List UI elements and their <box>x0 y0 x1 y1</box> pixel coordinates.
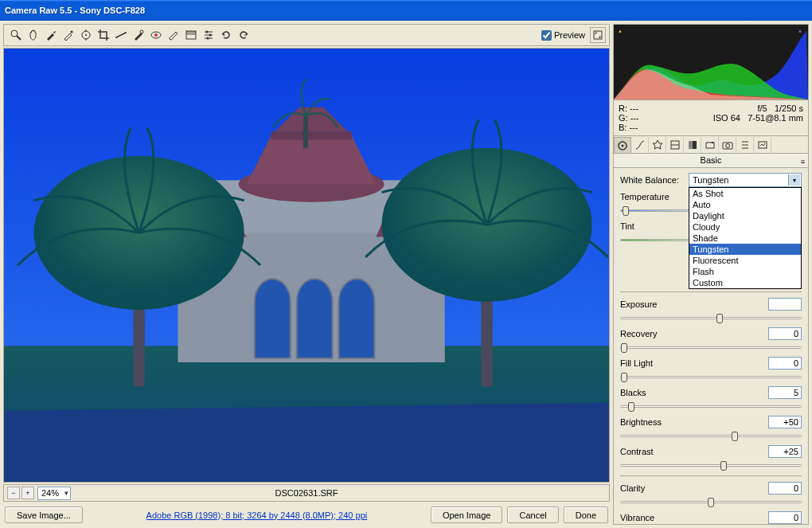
wb-option-fluorescent[interactable]: Fluorescent <box>689 255 801 266</box>
rotate-ccw-icon[interactable] <box>218 27 234 43</box>
svg-point-18 <box>206 31 209 33</box>
tab-snapshots[interactable] <box>754 137 771 153</box>
svg-rect-48 <box>693 141 697 149</box>
hand-tool-icon[interactable] <box>25 27 41 43</box>
tab-presets[interactable] <box>736 137 754 153</box>
wb-option-auto[interactable]: Auto <box>689 199 801 210</box>
blacks-slider[interactable] <box>620 402 802 410</box>
svg-point-2 <box>71 31 73 33</box>
exposure-label: Exposure <box>620 299 689 309</box>
brightness-slider[interactable] <box>620 432 802 440</box>
title-bar: Camera Raw 5.5 - Sony DSC-F828 <box>0 0 812 21</box>
straighten-tool-icon[interactable] <box>113 27 129 43</box>
recovery-slider[interactable] <box>620 343 802 351</box>
r-readout: R: --- <box>619 104 639 113</box>
svg-rect-21 <box>594 31 602 39</box>
grad-filter-icon[interactable] <box>183 27 199 43</box>
done-button[interactable]: Done <box>564 506 608 523</box>
tab-curve[interactable] <box>631 137 649 153</box>
contrast-value[interactable] <box>768 445 802 458</box>
fullscreen-toggle-icon[interactable] <box>590 27 606 43</box>
svg-rect-14 <box>186 31 196 35</box>
wb-option-custom[interactable]: Custom <box>689 277 801 288</box>
zoom-select[interactable]: 24% <box>37 487 71 500</box>
white-balance-select[interactable]: Tungsten ▾ <box>689 173 802 187</box>
brightness-value[interactable] <box>768 416 802 428</box>
window-title: Camera Raw 5.5 - Sony DSC-F828 <box>5 6 145 15</box>
tab-camera[interactable] <box>719 137 736 153</box>
recovery-value[interactable] <box>768 327 802 340</box>
main-toolbar: Preview <box>3 24 610 46</box>
filename-label: DSC02631.SRF <box>275 488 338 498</box>
brush-tool-icon[interactable] <box>166 27 182 43</box>
clarity-value[interactable] <box>768 482 802 495</box>
image-preview[interactable] <box>3 48 610 483</box>
open-image-button[interactable]: Open Image <box>431 506 503 523</box>
highlight-clip-icon[interactable] <box>797 26 806 36</box>
filllight-value[interactable] <box>768 357 802 370</box>
zoom-in-button[interactable]: + <box>21 487 34 499</box>
temperature-label: Temperature <box>620 192 689 201</box>
tab-split[interactable] <box>684 137 701 153</box>
svg-line-1 <box>17 36 21 40</box>
white-balance-label: White Balance: <box>620 175 689 185</box>
wb-option-shade[interactable]: Shade <box>689 233 801 244</box>
svg-point-10 <box>140 30 143 33</box>
svg-rect-47 <box>689 141 693 149</box>
recovery-label: Recovery <box>620 329 689 338</box>
basic-panel: White Balance: Tungsten ▾ As ShotAutoDay… <box>613 168 809 525</box>
zoom-tool-icon[interactable] <box>8 27 24 43</box>
prefs-icon[interactable] <box>201 27 217 43</box>
shadow-clip-icon[interactable] <box>615 26 625 36</box>
svg-point-0 <box>11 30 18 37</box>
spot-removal-icon[interactable] <box>131 27 146 43</box>
preview-checkbox[interactable]: Preview <box>541 30 585 41</box>
target-adjust-icon[interactable] <box>78 27 94 43</box>
blacks-value[interactable] <box>768 386 802 399</box>
panel-tabs <box>613 136 809 154</box>
tab-basic[interactable] <box>614 137 631 153</box>
filllight-label: Fill Light <box>620 358 689 368</box>
wb-option-daylight[interactable]: Daylight <box>689 210 801 221</box>
panel-menu-icon[interactable]: ≡ <box>801 155 805 168</box>
wb-option-flash[interactable]: Flash <box>689 266 801 277</box>
redeye-tool-icon[interactable] <box>148 27 164 43</box>
zoom-out-button[interactable]: − <box>7 487 20 499</box>
wb-option-cloudy[interactable]: Cloudy <box>689 221 801 233</box>
tab-hsl[interactable] <box>666 137 684 153</box>
svg-point-8 <box>115 37 117 38</box>
svg-point-20 <box>207 37 209 40</box>
svg-rect-50 <box>712 142 713 143</box>
rotate-cw-icon[interactable] <box>236 27 252 43</box>
g-readout: G: --- <box>619 113 639 123</box>
exposure-value[interactable] <box>768 298 802 311</box>
eyedropper-icon[interactable] <box>43 27 59 43</box>
clarity-slider[interactable] <box>620 498 802 506</box>
crop-tool-icon[interactable] <box>96 27 111 43</box>
contrast-label: Contrast <box>620 447 689 456</box>
vibrance-value[interactable] <box>768 511 802 524</box>
vibrance-label: Vibrance <box>620 513 689 522</box>
workflow-options-link[interactable]: Adobe RGB (1998); 8 bit; 3264 by 2448 (8… <box>92 510 421 520</box>
b-readout: B: --- <box>619 123 639 132</box>
wb-option-as-shot[interactable]: As Shot <box>689 188 801 199</box>
save-image-button[interactable]: Save Image... <box>5 506 83 523</box>
svg-point-52 <box>725 144 729 148</box>
sampler-icon[interactable] <box>61 27 76 43</box>
svg-point-9 <box>125 32 127 33</box>
filllight-slider[interactable] <box>620 373 802 381</box>
svg-marker-44 <box>653 140 662 149</box>
exposure-slider[interactable] <box>620 314 802 322</box>
svg-point-19 <box>209 34 212 37</box>
contrast-slider[interactable] <box>620 461 802 469</box>
histogram <box>613 24 809 100</box>
clarity-label: Clarity <box>620 483 689 493</box>
white-balance-options-popup: As ShotAutoDaylightCloudyShadeTungstenFl… <box>689 187 802 289</box>
svg-point-4 <box>85 34 87 36</box>
cancel-button[interactable]: Cancel <box>507 506 558 523</box>
wb-option-tungsten[interactable]: Tungsten <box>689 244 801 255</box>
tab-lens[interactable] <box>701 137 719 153</box>
status-bar: − + 24% DSC02631.SRF <box>3 484 610 502</box>
tab-detail[interactable] <box>649 137 666 153</box>
brightness-label: Brightness <box>620 417 689 427</box>
